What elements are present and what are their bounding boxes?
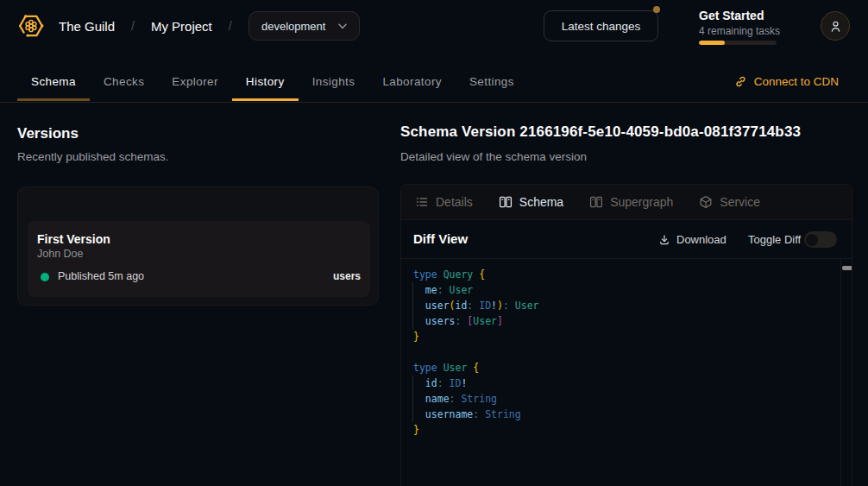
download-label: Download <box>676 233 726 246</box>
primary-nav-tabs: SchemaChecksExplorerHistoryInsightsLabor… <box>17 66 528 100</box>
get-started-title: Get Started <box>699 9 802 23</box>
detail-tab-label: Service <box>720 195 760 209</box>
versions-subtitle: Recently published schemas. <box>17 150 169 163</box>
link-icon <box>734 75 747 88</box>
project-link[interactable]: My Project <box>151 19 212 34</box>
nav-tab-history[interactable]: History <box>232 66 299 100</box>
nav-tab-settings[interactable]: Settings <box>456 66 528 100</box>
get-started-progress <box>699 41 777 45</box>
get-started-widget[interactable]: Get Started 4 remaining tasks <box>699 9 802 45</box>
detail-tab-label: Details <box>436 195 473 209</box>
schema-version-title: Schema Version 2166196f-5e10-4059-bd0a-0… <box>400 123 801 141</box>
nav-tab-explorer[interactable]: Explorer <box>158 66 231 100</box>
version-detail-tabs: DetailsSchemaSupergraphService <box>401 185 852 220</box>
nav-tab-schema[interactable]: Schema <box>17 66 90 100</box>
indent-guide <box>412 376 413 422</box>
connect-to-cdn-label: Connect to CDN <box>754 75 839 88</box>
toggle-diff-switch[interactable] <box>804 231 837 248</box>
version-card-title: First Version <box>37 232 110 246</box>
target-selector-value: development <box>261 20 338 33</box>
diff-view-header: Diff View Download Toggle Diff <box>401 220 852 259</box>
code-line: type Query { <box>413 267 852 282</box>
nav-tab-insights[interactable]: Insights <box>299 66 369 100</box>
detail-tab-schema[interactable]: Schema <box>499 195 563 209</box>
code-scrollbar[interactable] <box>840 259 852 486</box>
code-line: username: String <box>413 407 852 422</box>
code-line: } <box>413 329 852 344</box>
code-line: user(id: ID!): User <box>413 298 852 313</box>
versions-title: Versions <box>17 125 79 142</box>
version-card-author: John Doe <box>37 248 84 260</box>
user-menu-button[interactable] <box>821 11 850 41</box>
schema-version-card: DetailsSchemaSupergraphService Diff View… <box>400 184 852 486</box>
breadcrumb-separator: / <box>131 19 135 33</box>
code-line: id: ID! <box>413 376 852 391</box>
primary-nav: SchemaChecksExplorerHistoryInsightsLabor… <box>0 52 868 103</box>
detail-tab-supergraph[interactable]: Supergraph <box>589 195 673 209</box>
toggle-diff-label: Toggle Diff <box>748 220 801 259</box>
code-line: } <box>413 422 852 438</box>
version-card[interactable]: First Version John Doe Published 5m ago … <box>28 221 370 297</box>
detail-tab-label: Supergraph <box>610 195 673 209</box>
toggle-diff-knob <box>806 234 818 246</box>
detail-tab-label: Schema <box>519 195 563 209</box>
org-link[interactable]: The Guild <box>59 19 115 34</box>
schema-code-block[interactable]: type Query { me: User user(id: ID!): Use… <box>401 259 852 486</box>
detail-tab-service[interactable]: Service <box>699 195 760 209</box>
get-started-progress-fill <box>699 41 725 45</box>
published-status-dot <box>41 273 49 281</box>
schema-version-subtitle: Detailed view of the schema version <box>400 150 587 163</box>
code-line: me: User <box>413 282 852 298</box>
hive-logo-icon[interactable] <box>17 12 45 40</box>
detail-tab-details[interactable]: Details <box>415 195 473 209</box>
notification-dot <box>653 6 660 13</box>
breadcrumb: The Guild / My Project / <box>59 0 248 52</box>
latest-changes-button[interactable]: Latest changes <box>544 10 658 41</box>
version-card-status: Published 5m ago <box>58 270 144 282</box>
code-line: name: String <box>413 391 852 407</box>
code-scrollbar-thumb[interactable] <box>842 266 852 270</box>
code-line: users: [User] <box>413 313 852 329</box>
download-button[interactable]: Download <box>658 220 726 259</box>
versions-list: First Version John Doe Published 5m ago … <box>17 186 379 306</box>
box-icon <box>699 195 713 209</box>
connect-to-cdn-link[interactable]: Connect to CDN <box>734 66 839 98</box>
download-icon <box>658 234 670 246</box>
diff-view-title: Diff View <box>413 231 468 246</box>
page: The Guild / My Project / development Lat… <box>0 0 868 486</box>
panels-icon <box>499 195 513 209</box>
person-icon <box>829 20 842 33</box>
nav-tab-checks[interactable]: Checks <box>90 66 158 100</box>
chevron-down-icon <box>338 23 347 29</box>
breadcrumb-separator: / <box>229 19 232 33</box>
panels-icon <box>589 195 603 209</box>
code-line <box>413 344 852 360</box>
code-line: type User { <box>413 360 852 376</box>
version-card-service: users <box>333 270 361 282</box>
list-icon <box>415 195 429 209</box>
indent-guide <box>412 282 413 329</box>
target-selector[interactable]: development <box>248 11 360 41</box>
nav-tab-laboratory[interactable]: Laboratory <box>368 66 456 100</box>
get-started-subtitle: 4 remaining tasks <box>699 25 802 38</box>
